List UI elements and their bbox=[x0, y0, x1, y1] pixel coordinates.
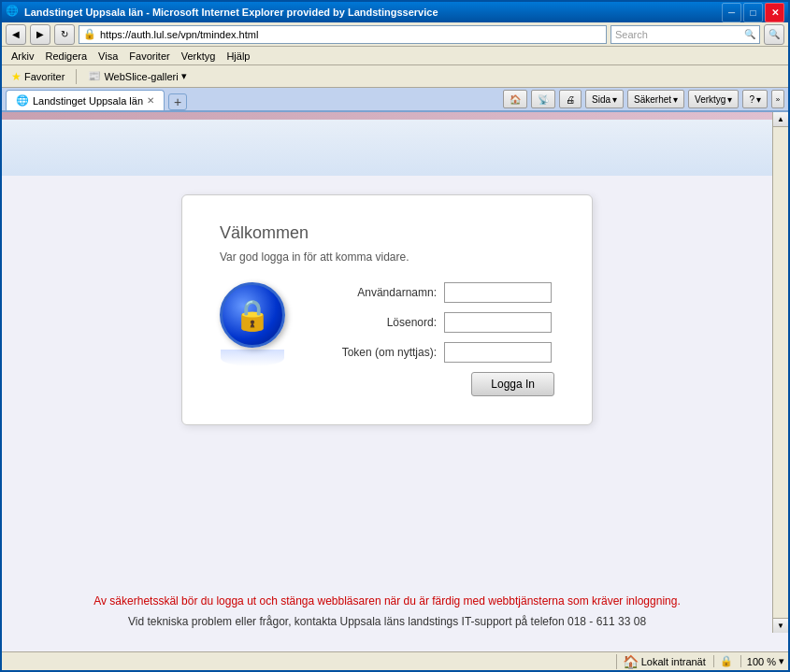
favorites-bar: ★ Favoriter 📰 WebSlice-galleri ▾ bbox=[2, 65, 788, 88]
forward-button[interactable]: ▶ bbox=[30, 24, 50, 45]
zone-icon: 🏠 bbox=[623, 654, 639, 669]
tab-label: Landstinget Uppsala län bbox=[33, 95, 143, 107]
expand-button[interactable]: » bbox=[771, 90, 784, 108]
security-status: 🔒 bbox=[713, 655, 733, 667]
favorites-label: Favoriter bbox=[24, 71, 65, 82]
browser-frame: 🌐 Landstinget Uppsala län - Microsoft In… bbox=[0, 0, 790, 672]
tab-landstinget[interactable]: 🌐 Landstinget Uppsala län ✕ bbox=[6, 90, 165, 110]
safety-label: Säkerhet bbox=[634, 94, 671, 105]
window-title: Landstinget Uppsala län - Microsoft Inte… bbox=[24, 7, 722, 18]
welcome-title: Välkommen bbox=[220, 223, 554, 243]
login-button[interactable]: Logga In bbox=[471, 372, 554, 396]
login-card: Välkommen Var god logga in för att komma… bbox=[181, 194, 593, 425]
bottom-info: Av säkerhetsskäl bör du logga ut och stä… bbox=[2, 585, 772, 637]
search-icon: 🔍 bbox=[744, 29, 755, 39]
scroll-up-button[interactable]: ▲ bbox=[773, 112, 788, 127]
lock-glyph: 🔒 bbox=[234, 297, 271, 333]
lock-icon: 🔒 bbox=[220, 282, 285, 348]
login-btn-row: Logga In bbox=[304, 372, 554, 396]
top-stripe bbox=[2, 112, 772, 120]
zone-label: Lokalt intranät bbox=[641, 656, 706, 667]
password-label: Lösenord: bbox=[304, 316, 444, 329]
token-row: Token (om nyttjas): bbox=[304, 342, 554, 363]
username-row: Användarnamn: bbox=[304, 282, 554, 303]
new-tab-button[interactable]: + bbox=[168, 93, 187, 110]
scroll-down-button[interactable]: ▼ bbox=[773, 618, 788, 633]
search-button[interactable]: 🔍 bbox=[764, 24, 784, 45]
menu-arkiv[interactable]: Arkiv bbox=[6, 49, 39, 64]
search-box[interactable]: Search 🔍 bbox=[610, 25, 760, 44]
menu-visa[interactable]: Visa bbox=[93, 49, 123, 64]
token-label: Token (om nyttjas): bbox=[304, 346, 444, 359]
fav-separator bbox=[76, 69, 77, 84]
minimize-button[interactable]: ─ bbox=[722, 3, 741, 22]
tools-button[interactable]: Verktyg ▾ bbox=[688, 90, 739, 108]
refresh-button[interactable]: ↻ bbox=[54, 24, 75, 45]
address-field[interactable]: 🔒 https://auth.lul.se/vpn/tmindex.html bbox=[79, 25, 607, 44]
favorites-button[interactable]: ★ Favoriter bbox=[7, 68, 68, 85]
tools-dropdown-icon: ▾ bbox=[727, 94, 732, 105]
menu-favoriter[interactable]: Favoriter bbox=[123, 49, 175, 64]
username-label: Användarnamn: bbox=[304, 286, 444, 299]
lock-reflection bbox=[221, 350, 284, 366]
ssl-lock-icon: 🔒 bbox=[83, 28, 96, 40]
help-label: ? bbox=[749, 94, 754, 105]
menu-redigera[interactable]: Redigera bbox=[39, 49, 93, 64]
maximize-button[interactable]: □ bbox=[743, 3, 763, 22]
scrollbar-right[interactable]: ▲ ▼ bbox=[772, 112, 788, 633]
page-dropdown-icon: ▾ bbox=[612, 94, 617, 105]
password-input[interactable] bbox=[444, 312, 552, 333]
browser-icon: 🌐 bbox=[6, 5, 21, 20]
zone-status: 🏠 Lokalt intranät bbox=[616, 654, 706, 669]
username-input[interactable] bbox=[444, 282, 552, 303]
login-form: Användarnamn: Lösenord: Token (om nyttja… bbox=[304, 282, 554, 396]
webslice-label: WebSlice-galleri bbox=[104, 71, 178, 82]
header-area bbox=[2, 120, 772, 176]
back-button[interactable]: ◀ bbox=[6, 24, 26, 45]
address-bar: ◀ ▶ ↻ 🔒 https://auth.lul.se/vpn/tmindex.… bbox=[2, 22, 788, 47]
home-button[interactable]: 🏠 bbox=[503, 90, 527, 108]
page-label: Sida bbox=[592, 94, 610, 105]
print-button[interactable]: 🖨 bbox=[559, 90, 582, 108]
login-container: Välkommen Var god logga in för att komma… bbox=[2, 176, 772, 444]
help-button[interactable]: ? ▾ bbox=[742, 90, 768, 108]
welcome-subtitle: Var god logga in för att komma vidare. bbox=[220, 250, 554, 264]
status-right: 🏠 Lokalt intranät 🔒 100 % ▾ bbox=[616, 654, 784, 669]
title-bar: 🌐 Landstinget Uppsala län - Microsoft In… bbox=[2, 2, 788, 22]
zoom-dropdown-icon: ▾ bbox=[779, 655, 784, 667]
window-controls: ─ □ ✕ bbox=[722, 3, 784, 22]
tools-label: Verktyg bbox=[695, 94, 725, 105]
zoom-label: 100 % bbox=[747, 656, 776, 667]
security-icon: 🔒 bbox=[720, 655, 733, 667]
security-warning: Av säkerhetsskäl bör du logga ut och stä… bbox=[21, 594, 754, 608]
toolbar-right: 🏠 📡 🖨 Sida ▾ Säkerhet ▾ Verktyg ▾ ? ▾ » bbox=[503, 90, 784, 110]
password-row: Lösenord: bbox=[304, 312, 554, 333]
search-placeholder: Search bbox=[615, 29, 648, 40]
login-body: 🔒 Användarnamn: Lösenord: bbox=[220, 282, 554, 396]
lock-icon-container: 🔒 bbox=[220, 282, 285, 366]
bottom-spacer bbox=[2, 637, 772, 651]
menu-bar: Arkiv Redigera Visa Favoriter Verktyg Hj… bbox=[2, 47, 788, 65]
status-bar: 🏠 Lokalt intranät 🔒 100 % ▾ bbox=[2, 651, 788, 670]
footer-spacer bbox=[2, 444, 772, 585]
safety-button[interactable]: Säkerhet ▾ bbox=[627, 90, 684, 108]
tab-close-icon[interactable]: ✕ bbox=[147, 95, 154, 106]
url-text: https://auth.lul.se/vpn/tmindex.html bbox=[100, 29, 258, 40]
tech-support: Vid tekniska problem eller frågor, konta… bbox=[21, 615, 754, 628]
page-button[interactable]: Sida ▾ bbox=[585, 90, 624, 108]
safety-dropdown-icon: ▾ bbox=[673, 94, 678, 105]
menu-hjalp[interactable]: Hjälp bbox=[221, 49, 255, 64]
star-icon: ★ bbox=[11, 70, 22, 83]
rss-button[interactable]: 📡 bbox=[531, 90, 555, 108]
tab-bar: 🌐 Landstinget Uppsala län ✕ + 🏠 📡 🖨 Sida… bbox=[2, 88, 788, 112]
tab-icon: 🌐 bbox=[16, 94, 29, 107]
token-input[interactable] bbox=[444, 342, 552, 363]
webslice-icon: 📰 bbox=[88, 70, 101, 82]
close-button[interactable]: ✕ bbox=[765, 3, 784, 22]
help-dropdown-icon: ▾ bbox=[756, 94, 761, 105]
menu-verktyg[interactable]: Verktyg bbox=[176, 49, 222, 64]
browser-content: ▲ ▼ Välkommen Var god logga in för att k… bbox=[2, 112, 788, 651]
webslice-dropdown-icon: ▾ bbox=[181, 70, 187, 82]
webslice-item[interactable]: 📰 WebSlice-galleri ▾ bbox=[84, 68, 190, 84]
zoom-status[interactable]: 100 % ▾ bbox=[740, 655, 784, 667]
